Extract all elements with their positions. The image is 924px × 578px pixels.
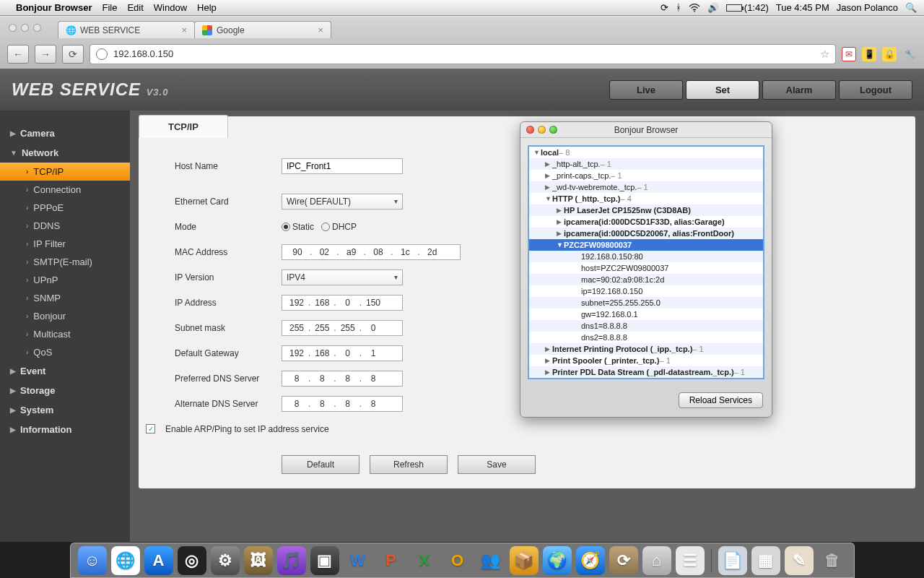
tree-row[interactable]: ▶HP LaserJet CP1525nw (C3D8AB) — [529, 204, 763, 216]
tab-close-icon[interactable]: × — [181, 25, 187, 35]
dock-icon[interactable]: 📄 — [718, 546, 747, 575]
dock-icon[interactable]: ▦ — [751, 546, 780, 575]
top-btn-live[interactable]: Live — [609, 80, 683, 100]
dock-icon[interactable]: ⟳ — [609, 546, 638, 575]
sidebar-item-ip-filter[interactable]: ›IP Filter — [0, 235, 130, 253]
battery-icon[interactable]: (1:42) — [726, 2, 769, 13]
mode-static-radio[interactable] — [282, 223, 290, 231]
app-name[interactable]: Bonjour Browser — [16, 2, 92, 13]
dock-icon[interactable]: ☺ — [78, 546, 107, 575]
sidebar-cat-information[interactable]: ▶Information — [0, 420, 130, 439]
ip-input[interactable]: 192.168.0.150 — [282, 295, 403, 311]
dock-icon[interactable]: W — [344, 546, 372, 575]
spotlight-icon[interactable]: 🔍 — [905, 2, 917, 13]
top-btn-logout[interactable]: Logout — [839, 80, 912, 100]
tree-row[interactable]: ip=192.168.0.150 — [529, 285, 763, 297]
panel-tab-tcpip[interactable]: TCP/IP — [139, 115, 228, 138]
ethernet-select[interactable]: Wire( DEFAULT) — [282, 194, 403, 210]
tree-row[interactable]: ▼local – 8 — [529, 147, 763, 158]
bluetooth-icon[interactable]: ᚼ — [676, 2, 681, 13]
sidebar-cat-storage[interactable]: ▶Storage — [0, 381, 130, 400]
mode-dhcp-radio[interactable] — [321, 223, 330, 231]
dock-icon[interactable]: ⚙ — [211, 546, 240, 575]
tree-row[interactable]: ▶Print Spooler (_printer._tcp.) – 1 — [529, 355, 763, 366]
dock-icon[interactable]: A — [144, 546, 173, 575]
top-btn-alarm[interactable]: Alarm — [762, 80, 836, 100]
sidebar-item-snmp[interactable]: ›SNMP — [0, 289, 130, 307]
tree-row[interactable]: ▶_print-caps._tcp. – 1 — [529, 170, 763, 181]
dock-icon[interactable]: 🎵 — [277, 546, 306, 575]
gateway-input[interactable]: 192.168.0.1 — [282, 345, 403, 361]
wifi-icon[interactable] — [689, 4, 700, 12]
dock-icon[interactable]: ☰ — [676, 546, 705, 575]
tab-web-service[interactable]: 🌐 WEB SERVICE × — [58, 21, 195, 38]
reload-button[interactable]: ⟳ — [62, 45, 84, 64]
sidebar-item-pppoe[interactable]: ›PPPoE — [0, 199, 130, 217]
tree-row[interactable]: gw=192.168.0.1 — [529, 309, 763, 320]
top-btn-set[interactable]: Set — [686, 80, 759, 100]
menu-file[interactable]: File — [102, 2, 117, 13]
window-close[interactable] — [9, 24, 17, 32]
dock-icon[interactable]: O — [443, 546, 472, 575]
dock-icon[interactable]: 📦 — [510, 546, 539, 575]
bookmark-star-icon[interactable]: ☆ — [820, 48, 829, 61]
address-bar[interactable]: 192.168.0.150 ☆ — [90, 44, 836, 64]
window-minimize[interactable] — [21, 24, 29, 32]
tree-row[interactable]: ▶_wd-tv-webremote._tcp. – 1 — [529, 181, 763, 193]
sidebar-item-smtp-e-mail-[interactable]: ›SMTP(E-mail) — [0, 253, 130, 271]
dock-icon[interactable]: 🗑 — [818, 546, 847, 575]
dock-icon[interactable]: ▣ — [310, 546, 339, 575]
reload-services-button[interactable]: Reload Services — [679, 392, 763, 408]
tab-close-icon[interactable]: × — [318, 25, 323, 35]
sidebar-item-bonjour[interactable]: ›Bonjour — [0, 307, 130, 325]
menu-edit[interactable]: Edit — [127, 2, 143, 13]
tree-row[interactable]: ▶_http-alt._tcp. – 1 — [529, 158, 763, 170]
sidebar-item-qos[interactable]: ›QoS — [0, 343, 130, 361]
dock-icon[interactable]: 🌐 — [111, 546, 140, 575]
window-close[interactable] — [526, 126, 534, 134]
window-zoom[interactable] — [549, 126, 557, 134]
window-titlebar[interactable]: Bonjour Browser — [520, 122, 772, 138]
dock-icon[interactable]: P — [377, 546, 406, 575]
bonjour-service-tree[interactable]: ▼local – 8▶_http-alt._tcp. – 1▶_print-ca… — [528, 145, 764, 379]
dock-icon[interactable]: ✎ — [785, 546, 814, 575]
tree-row[interactable]: dns1=8.8.8.8 — [529, 320, 763, 332]
tree-row[interactable]: dns2=8.8.8.8 — [529, 332, 763, 343]
tree-row[interactable]: ▶Printer PDL Data Stream (_pdl-datastrea… — [529, 366, 763, 378]
default-button[interactable]: Default — [282, 455, 359, 474]
dock-icon[interactable]: 🖼 — [244, 546, 273, 575]
sidebar-item-connection[interactable]: ›Connection — [0, 181, 130, 199]
sidebar-cat-camera[interactable]: ▶Camera — [0, 124, 130, 143]
save-button[interactable]: Save — [458, 455, 536, 474]
menu-help[interactable]: Help — [197, 2, 217, 13]
dock-icon[interactable]: ⌂ — [642, 546, 671, 575]
sidebar-cat-network[interactable]: ▼Network — [0, 143, 130, 163]
clock[interactable]: Tue 4:45 PM — [776, 2, 829, 13]
sidebar-item-multicast[interactable]: ›Multicast — [0, 325, 130, 343]
wrench-menu-icon[interactable]: 🔧 — [902, 47, 917, 61]
window-zoom[interactable] — [33, 24, 41, 32]
subnet-input[interactable]: 255.255.255.0 — [282, 320, 403, 336]
host-name-input[interactable] — [282, 158, 403, 174]
sidebar-cat-event[interactable]: ▶Event — [0, 361, 130, 381]
sync-icon[interactable]: ⟳ — [661, 2, 668, 13]
ext-mail-icon[interactable]: ✉ — [842, 47, 856, 61]
tree-row[interactable]: ▼HTTP (_http._tcp.) – 4 — [529, 193, 763, 204]
tree-row[interactable]: ▼PZC2FW09800037 — [529, 239, 763, 251]
sidebar-cat-system[interactable]: ▶System — [0, 400, 130, 420]
tree-row[interactable]: ▶ipcamera(id:000DC5D1F33D, alias:Garage) — [529, 216, 763, 228]
sidebar-item-upnp[interactable]: ›UPnP — [0, 271, 130, 289]
tree-row[interactable]: 192.168.0.150:80 — [529, 251, 763, 262]
tree-row[interactable]: ▶ipcamera(id:000DC5D20067, alias:FrontDo… — [529, 228, 763, 239]
bonjour-browser-window[interactable]: Bonjour Browser ▼local – 8▶_http-alt._tc… — [520, 121, 772, 418]
volume-icon[interactable]: 🔊 — [707, 2, 719, 13]
back-button[interactable]: ← — [7, 45, 29, 64]
dns2-input[interactable]: 8.8.8.8 — [282, 396, 403, 412]
sidebar-item-ddns[interactable]: ›DDNS — [0, 217, 130, 235]
mac-input[interactable]: 90.02.a9.08.1c.2d — [282, 244, 461, 260]
sidebar-item-tcp-ip[interactable]: ›TCP/IP — [0, 163, 130, 181]
dock-icon[interactable]: ◎ — [178, 546, 206, 575]
tree-row[interactable]: ▶Internet Printing Protocol (_ipp._tcp.)… — [529, 343, 763, 355]
tree-row[interactable]: mac=90:02:a9:08:1c:2d — [529, 274, 763, 285]
window-minimize[interactable] — [538, 126, 546, 134]
